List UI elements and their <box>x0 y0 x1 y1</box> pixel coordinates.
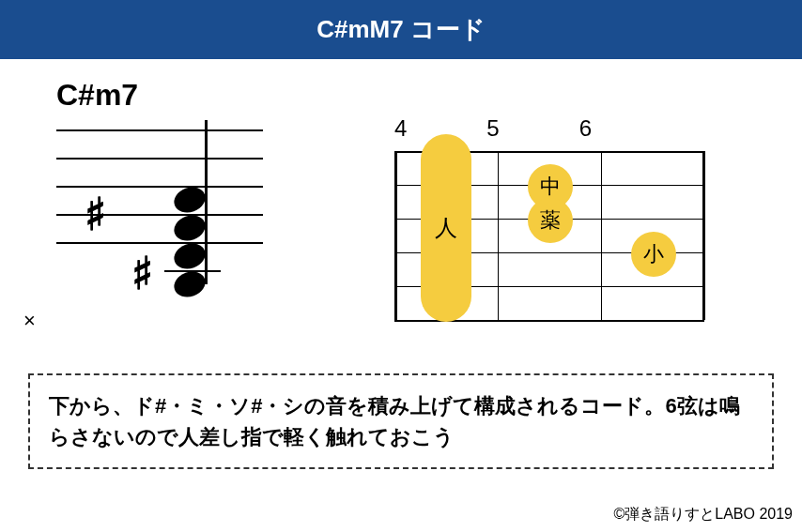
note-head <box>171 239 209 273</box>
page-header: C#mM7 コード <box>0 0 802 59</box>
finger-dot-ring: 薬 <box>528 198 573 243</box>
finger-label: 中 <box>540 173 561 201</box>
description-text: 下から、ド#・ミ・ソ#・シの音を積み上げて構成されるコード。6弦は鳴らさないので… <box>49 394 740 448</box>
fret-number: 6 <box>579 115 592 142</box>
sharp-symbol: ♯ <box>85 188 106 240</box>
sharp-symbol: ♯ <box>131 247 153 299</box>
staff-diagram: ♯ ♯ <box>56 120 263 345</box>
chord-name-label: C#m7 <box>56 78 291 113</box>
content-area: C#m7 ♯ ♯ 4 5 6 <box>0 59 802 355</box>
finger-label: 小 <box>643 240 664 268</box>
fretboard-grid: 人 中 薬 小 <box>394 151 704 320</box>
finger-label: 薬 <box>540 206 561 235</box>
fret-number: 5 <box>486 115 499 142</box>
header-title: C#mM7 コード <box>316 15 486 43</box>
mute-mark: × <box>23 309 36 333</box>
description-box: 下から、ド#・ミ・ソ#・シの音を積み上げて構成されるコード。6弦は鳴らさないので… <box>28 373 774 469</box>
copyright-text: ©弾き語りすとLABO 2019 <box>613 505 793 524</box>
finger-label: 人 <box>435 213 457 243</box>
note-head <box>171 211 209 245</box>
fretboard-diagram: 4 5 6 人 中 薬 小 <box>347 78 774 345</box>
note-head <box>171 183 209 217</box>
fret-number: 4 <box>394 115 407 142</box>
note-head <box>171 267 209 301</box>
music-notation: C#m7 ♯ ♯ <box>28 78 291 345</box>
finger-barre-index: 人 <box>421 134 471 322</box>
finger-dot-pinky: 小 <box>631 232 676 277</box>
